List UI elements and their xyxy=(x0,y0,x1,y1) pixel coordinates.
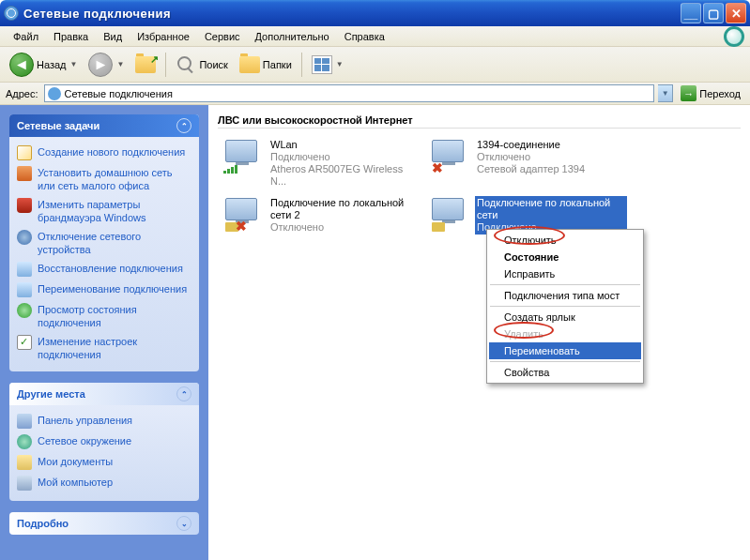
maximize-button[interactable]: ▢ xyxy=(703,3,724,23)
menubar: Файл Правка Вид Избранное Сервис Дополни… xyxy=(0,26,750,47)
place-my-computer[interactable]: Мой компьютер xyxy=(17,473,191,493)
collapse-icon[interactable]: ⌃ xyxy=(176,118,191,133)
back-arrow-icon: ◄ xyxy=(9,53,34,77)
panel-title: Другие места xyxy=(17,388,85,400)
section-heading: ЛВС или высокоскоростной Интернет xyxy=(218,111,741,129)
task-view-status[interactable]: Просмотр состояния подключения xyxy=(17,300,191,332)
ctx-separator xyxy=(490,306,640,307)
connection-item-lan2[interactable]: ✖ Подключение по локальной сети 2 Отключ… xyxy=(218,192,424,238)
go-button[interactable]: →Переход xyxy=(677,85,744,101)
ctx-shortcut[interactable]: Создать ярлык xyxy=(489,309,641,325)
search-button[interactable]: Поиск xyxy=(172,53,231,77)
home-network-icon xyxy=(17,166,32,181)
chevron-down-icon: ▼ xyxy=(116,60,124,68)
toolbar: ◄ Назад ▼ ► ▼ Поиск Папки ▼ xyxy=(0,47,750,83)
chevron-down-icon: ▼ xyxy=(70,60,78,68)
toolbar-separator xyxy=(301,53,302,77)
views-button[interactable]: ▼ xyxy=(308,53,347,76)
ctx-separator xyxy=(490,361,640,362)
go-arrow-icon: → xyxy=(681,85,696,101)
panel-header[interactable]: Сетевые задачи⌃ xyxy=(9,114,199,137)
main-area: Сетевые задачи⌃ Создание нового подключе… xyxy=(0,105,750,560)
repair-icon xyxy=(17,262,32,277)
back-label: Назад xyxy=(37,59,67,70)
sidebar: Сетевые задачи⌃ Создание нового подключе… xyxy=(0,105,208,560)
panel-body: Создание нового подключения Установить д… xyxy=(9,137,199,371)
task-disable-device[interactable]: Отключение сетевого устройства xyxy=(17,227,191,259)
connection-meta: WLan Подключено Atheros AR5007EG Wireles… xyxy=(268,138,421,189)
back-button[interactable]: ◄ Назад ▼ xyxy=(6,51,81,79)
new-connection-icon xyxy=(17,145,32,160)
place-control-panel[interactable]: Панель управления xyxy=(17,411,191,431)
documents-icon xyxy=(17,455,32,470)
content-area: ЛВС или высокоскоростной Интернет WLan П… xyxy=(208,105,750,560)
titlebar: Сетевые подключения __ ▢ ✕ xyxy=(0,0,750,26)
up-button[interactable] xyxy=(131,54,160,75)
task-setup-network[interactable]: Установить домашнюю сеть или сеть малого… xyxy=(17,163,191,195)
place-my-documents[interactable]: Мои документы xyxy=(17,452,191,473)
folder-up-icon xyxy=(135,56,156,73)
close-button[interactable]: ✕ xyxy=(726,3,746,23)
ctx-rename[interactable]: Переименовать xyxy=(489,342,641,359)
control-panel-icon xyxy=(17,414,32,429)
details-panel: Подробно⌄ xyxy=(9,512,199,535)
task-create-connection[interactable]: Создание нового подключения xyxy=(17,143,191,163)
go-label: Переход xyxy=(699,88,741,99)
menu-help[interactable]: Справка xyxy=(337,29,392,44)
connection-item-1394[interactable]: ✖ 1394-соединение Отключено Сетевой адап… xyxy=(424,134,631,192)
task-firewall[interactable]: Изменить параметры брандмауэра Windows xyxy=(17,195,191,227)
search-label: Поиск xyxy=(199,59,227,70)
disable-icon xyxy=(17,230,32,245)
chevron-down-icon: ▼ xyxy=(336,60,344,68)
panel-header[interactable]: Подробно⌄ xyxy=(9,512,199,535)
context-menu: Отключить Состояние Исправить Подключени… xyxy=(486,229,644,384)
panel-header[interactable]: Другие места⌃ xyxy=(9,383,199,405)
window-title: Сетевые подключения xyxy=(23,7,681,21)
ctx-repair[interactable]: Исправить xyxy=(489,265,641,282)
network-places-icon xyxy=(17,434,32,449)
address-input[interactable]: Сетевые подключения xyxy=(44,84,655,102)
panel-title: Сетевые задачи xyxy=(17,120,99,131)
search-icon xyxy=(176,54,196,75)
ctx-properties[interactable]: Свойства xyxy=(489,364,641,381)
task-rename[interactable]: Переименование подключения xyxy=(17,280,191,300)
folders-button[interactable]: Папки xyxy=(236,54,296,75)
menu-tools[interactable]: Сервис xyxy=(197,29,248,44)
task-repair[interactable]: Восстановление подключения xyxy=(17,259,191,280)
menu-advanced[interactable]: Дополнительно xyxy=(248,29,337,44)
network-tasks-panel: Сетевые задачи⌃ Создание нового подключе… xyxy=(9,114,199,371)
connection-meta: 1394-соединение Отключено Сетевой адапте… xyxy=(475,138,587,176)
minimize-button[interactable]: __ xyxy=(681,3,701,23)
connection-item-wlan[interactable]: WLan Подключено Atheros AR5007EG Wireles… xyxy=(218,134,424,192)
settings-icon xyxy=(17,335,32,350)
windows-logo-icon xyxy=(724,26,744,47)
shield-icon xyxy=(17,198,32,213)
address-dropdown[interactable]: ▼ xyxy=(658,84,673,102)
ctx-separator xyxy=(490,284,640,285)
menu-favorites[interactable]: Избранное xyxy=(130,29,197,44)
panel-body: Панель управления Сетевое окружение Мои … xyxy=(9,405,199,501)
panel-title: Подробно xyxy=(17,518,69,529)
menu-view[interactable]: Вид xyxy=(96,29,130,44)
address-bar: Адрес: Сетевые подключения ▼ →Переход xyxy=(0,83,750,105)
folders-label: Папки xyxy=(263,59,292,70)
menu-file[interactable]: Файл xyxy=(6,29,46,44)
status-icon xyxy=(17,303,32,318)
views-icon xyxy=(312,55,332,74)
collapse-icon[interactable]: ⌃ xyxy=(176,386,191,401)
ctx-bridge[interactable]: Подключения типа мост xyxy=(489,287,641,304)
folder-icon xyxy=(239,56,260,73)
window-buttons: __ ▢ ✕ xyxy=(681,3,746,23)
menu-edit[interactable]: Правка xyxy=(46,29,96,44)
ctx-status[interactable]: Состояние xyxy=(489,249,641,265)
task-change-settings[interactable]: Изменение настроек подключения xyxy=(17,332,191,364)
ctx-delete: Удалить xyxy=(489,325,641,342)
forward-arrow-icon: ► xyxy=(88,53,113,77)
expand-icon[interactable]: ⌄ xyxy=(176,516,191,531)
forward-button[interactable]: ► ▼ xyxy=(84,51,128,79)
place-network-places[interactable]: Сетевое окружение xyxy=(17,431,191,452)
rename-icon xyxy=(17,282,32,297)
address-label: Адрес: xyxy=(6,88,38,99)
connection-items: WLan Подключено Atheros AR5007EG Wireles… xyxy=(218,134,741,238)
ctx-disable[interactable]: Отключить xyxy=(489,232,641,249)
